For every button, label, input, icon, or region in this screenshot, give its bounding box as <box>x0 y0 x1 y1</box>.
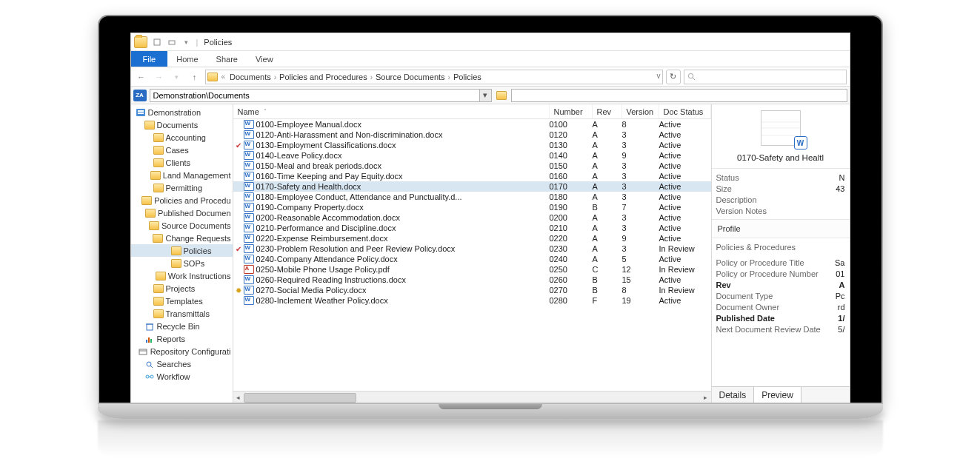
workflow-icon <box>144 372 155 381</box>
tree-item[interactable]: Change Requests <box>131 232 233 244</box>
tab-file[interactable]: File <box>131 51 168 67</box>
tree-item[interactable]: Demonstration <box>131 106 233 118</box>
file-number: 0130 <box>550 141 593 149</box>
file-rev: A <box>593 182 622 191</box>
table-row[interactable]: 0100-Employee Manual.docx0100A8Active <box>233 119 711 130</box>
folder-icon[interactable] <box>496 91 507 100</box>
file-status: Active <box>659 203 711 212</box>
breadcrumb-item[interactable]: Policies and Procedures <box>277 73 370 81</box>
col-number[interactable]: Number <box>550 104 593 118</box>
tree-item[interactable]: Templates <box>131 295 233 307</box>
scroll-left-icon[interactable]: ◂ <box>233 392 244 403</box>
table-row[interactable]: 0220-Expense Reimbursement.docx0220A9Act… <box>233 233 711 243</box>
svg-rect-11 <box>150 339 152 343</box>
tree-item[interactable]: Recycle Bin <box>131 320 233 332</box>
col-rev[interactable]: Rev <box>593 104 622 118</box>
tree-label: Recycle Bin <box>157 322 200 331</box>
qat-item[interactable] <box>152 37 162 47</box>
tree-item[interactable]: Accounting <box>131 131 233 144</box>
tree-item[interactable]: Cases <box>131 144 233 156</box>
tree-item[interactable]: SOPs <box>131 257 233 269</box>
scroll-right-icon[interactable]: ▸ <box>701 392 711 403</box>
tab-preview[interactable]: Preview <box>753 386 801 403</box>
file-version: 19 <box>622 296 659 305</box>
table-row[interactable]: 0170-Safety and Health.docx0170A3Active <box>233 181 711 192</box>
address-dropdown-icon[interactable]: v <box>657 72 661 80</box>
forward-button[interactable]: → <box>152 70 167 84</box>
tree-item[interactable]: Reports <box>131 332 233 345</box>
back-button[interactable]: ← <box>134 70 149 84</box>
tree-item[interactable]: Source Documents <box>131 219 233 232</box>
tree-item[interactable]: Projects <box>131 282 233 295</box>
recent-dropdown-icon[interactable]: ▾ <box>170 70 184 84</box>
svg-point-17 <box>150 375 153 378</box>
table-row[interactable]: 0250-Mobile Phone Usage Policy.pdf0250C1… <box>233 264 711 275</box>
tab-share[interactable]: Share <box>207 51 247 67</box>
tree-item[interactable]: Documents <box>131 118 233 131</box>
horizontal-scrollbar[interactable]: ◂ ▸ <box>233 391 711 403</box>
table-row[interactable]: 0120-Anti-Harassment and Non-discriminat… <box>233 130 711 140</box>
file-name: 0220-Expense Reimbursement.docx <box>256 234 550 243</box>
profile-section: Policies & Procedures <box>716 241 845 252</box>
tree-item[interactable]: Policies and Procedu <box>131 194 233 206</box>
col-status[interactable]: Doc Status <box>659 104 711 118</box>
file-rev: B <box>593 286 622 295</box>
tree-item[interactable]: Permitting <box>131 181 233 194</box>
col-version[interactable]: Version <box>622 104 659 118</box>
table-row[interactable]: 0140-Leave Policy.docx0140A9Active <box>233 150 711 161</box>
tree-label: Change Requests <box>165 234 230 243</box>
file-name: 0240-Company Attendance Policy.docx <box>256 255 550 263</box>
table-row[interactable]: 0190-Company Property.docx0190B7Active <box>233 202 711 212</box>
breadcrumb-prefix: « <box>221 73 227 81</box>
word-icon <box>244 203 254 212</box>
folder-icon <box>153 284 164 293</box>
path-input[interactable]: Demonstration\Documents ▾ <box>150 89 492 102</box>
qat-item[interactable] <box>167 37 177 47</box>
table-row[interactable]: 0210-Performance and Discipline.docx0210… <box>233 223 711 233</box>
col-name[interactable]: Name˄ <box>233 104 550 118</box>
table-row[interactable]: ✹0270-Social Media Policy.docx0270B8In R… <box>233 285 711 295</box>
table-row[interactable]: 0260-Required Reading Instructions.docx0… <box>233 275 711 285</box>
up-button[interactable]: ↑ <box>187 70 202 84</box>
tab-view[interactable]: View <box>247 51 282 67</box>
tree-item[interactable]: Published Documen <box>131 206 233 219</box>
word-icon <box>244 182 254 191</box>
folder-icon <box>150 171 161 180</box>
table-row[interactable]: ✔0130-Employment Classifications.docx013… <box>233 140 711 150</box>
table-row[interactable]: 0280-Inclement Weather Policy.docx0280F1… <box>233 295 711 306</box>
table-row[interactable]: 0200-Reasonable Accommodation.docx0200A3… <box>233 212 711 223</box>
file-name: 0230-Problem Resolution and Peer Review … <box>256 244 550 253</box>
breadcrumb-item[interactable]: Documents <box>227 73 273 81</box>
table-row[interactable]: 0160-Time Keeping and Pay Equity.docx016… <box>233 171 711 181</box>
filter-input[interactable] <box>511 89 847 102</box>
tree-item[interactable]: Clients <box>131 156 233 169</box>
folder-tree[interactable]: DemonstrationDocumentsAccountingCasesCli… <box>131 104 233 403</box>
tree-item[interactable]: Repository Configurati <box>131 345 233 357</box>
tree-item[interactable]: Transmittals <box>131 307 233 320</box>
search-input[interactable] <box>684 70 847 84</box>
meta-row: Version Notes <box>716 205 845 216</box>
tree-label: Accounting <box>166 133 206 142</box>
breadcrumb-item[interactable]: Policies <box>451 73 484 81</box>
table-row[interactable]: 0150-Meal and break periods.docx0150A3Ac… <box>233 161 711 171</box>
search-icon <box>687 73 696 81</box>
refresh-button[interactable]: ↻ <box>666 70 681 84</box>
path-dropdown-icon[interactable]: ▾ <box>479 90 491 101</box>
table-row[interactable]: 0180-Employee Conduct, Attendance and Pu… <box>233 192 711 202</box>
tree-item[interactable]: Work Instructions <box>131 269 233 282</box>
tree-item[interactable]: Searches <box>131 357 233 370</box>
table-row[interactable]: ✔0230-Problem Resolution and Peer Review… <box>233 243 711 254</box>
file-number: 0270 <box>550 286 593 295</box>
address-bar[interactable]: « Documents›Policies and Procedures›Sour… <box>205 70 663 84</box>
tree-item[interactable]: Workflow <box>131 370 233 383</box>
tree-item[interactable]: Land Management <box>131 169 233 181</box>
table-row[interactable]: 0240-Company Attendance Policy.docx0240A… <box>233 254 711 264</box>
breadcrumb-item[interactable]: Source Documents <box>373 73 447 81</box>
ribbon-tabs: File Home Share View <box>131 51 850 67</box>
tab-home[interactable]: Home <box>167 51 207 67</box>
file-status: In Review <box>659 286 711 295</box>
qat-dropdown-icon[interactable]: ▾ <box>181 37 192 47</box>
file-name: 0250-Mobile Phone Usage Policy.pdf <box>256 265 550 274</box>
tree-item[interactable]: Policies <box>131 244 233 257</box>
tab-details[interactable]: Details <box>712 387 754 403</box>
